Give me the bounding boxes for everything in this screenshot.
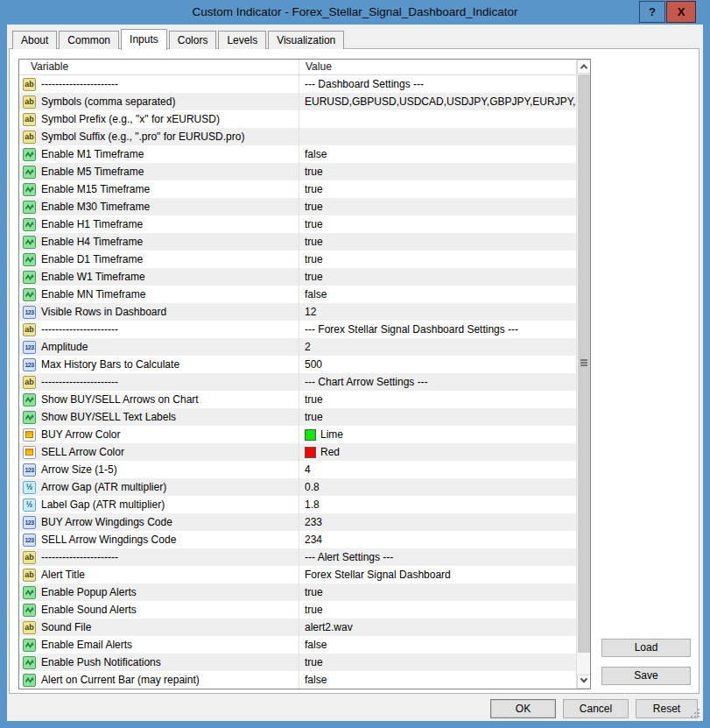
column-header-value[interactable]: Value — [299, 60, 576, 74]
table-row[interactable]: BUY Arrow ColorLime — [19, 426, 576, 443]
table-row[interactable]: Alert on Current Bar (may repaint)false — [19, 671, 576, 689]
param-value[interactable]: EURUSD,GBPUSD,USDCAD,USDJPY,GBPJPY,EURJP… — [299, 93, 576, 110]
table-row[interactable]: SELL Arrow ColorRed — [19, 443, 576, 461]
table-row[interactable]: abSymbol Suffix (e.g., ".pro" for EURUSD… — [19, 128, 576, 145]
save-button[interactable]: Save — [601, 667, 691, 685]
table-row[interactable]: Enable H4 Timeframetrue — [19, 233, 576, 251]
table-row[interactable]: 123Amplitude2 — [19, 338, 576, 356]
param-value[interactable] — [299, 110, 576, 128]
scroll-up-button[interactable] — [577, 60, 591, 74]
tab-common[interactable]: Common — [59, 31, 119, 49]
tab-levels[interactable]: Levels — [218, 31, 266, 49]
param-value[interactable]: true — [299, 408, 576, 426]
table-row[interactable]: Enable H1 Timeframetrue — [19, 216, 576, 233]
table-row[interactable]: Show BUY/SELL Arrows on Charttrue — [19, 391, 576, 408]
tab-colors[interactable]: Colors — [169, 31, 217, 49]
param-value[interactable]: --- Chart Arrow Settings --- — [299, 373, 576, 391]
table-row[interactable]: abAlert TitleForex Stellar Signal Dashbo… — [19, 566, 576, 583]
table-row[interactable]: 123Arrow Size (1-5)4 — [19, 461, 576, 478]
param-value[interactable]: --- Dashboard Settings --- — [299, 75, 576, 93]
tab-inputs[interactable]: Inputs — [121, 29, 167, 50]
table-row[interactable]: Enable M5 Timeframetrue — [19, 163, 576, 180]
param-value[interactable]: 500 — [299, 356, 576, 373]
param-name: Symbol Prefix (e.g., "x" for xEURUSD) — [41, 113, 220, 125]
param-value[interactable]: true — [299, 233, 576, 251]
scroll-down-button[interactable] — [577, 675, 591, 689]
load-button[interactable]: Load — [601, 639, 691, 657]
table-row[interactable]: Enable Sound Alertstrue — [19, 601, 576, 618]
param-value[interactable]: --- Alert Settings --- — [299, 548, 576, 566]
param-value[interactable]: alert2.wav — [299, 618, 576, 636]
table-row[interactable]: ab------------------------- Forex Stella… — [19, 321, 576, 338]
table-row[interactable]: Enable MN Timeframefalse — [19, 286, 576, 303]
scroll-thumb[interactable] — [578, 74, 590, 653]
table-row[interactable]: Enable Email Alertsfalse — [19, 636, 576, 654]
table-row[interactable]: Enable Push Notificationstrue — [19, 654, 576, 671]
param-value[interactable]: 234 — [299, 531, 576, 548]
help-button[interactable]: ? — [639, 1, 665, 23]
param-value[interactable]: 0.8 — [299, 478, 576, 496]
table-row[interactable]: Show BUY/SELL Text Labelstrue — [19, 408, 576, 426]
table-row[interactable]: Enable M15 Timeframetrue — [19, 180, 576, 198]
param-value[interactable]: true — [299, 251, 576, 268]
table-row[interactable]: Enable D1 Timeframetrue — [19, 251, 576, 268]
resize-grip[interactable] — [691, 709, 699, 717]
reset-button[interactable]: Reset — [636, 699, 698, 718]
param-value[interactable]: true — [299, 163, 576, 180]
window-titlebar[interactable]: Custom Indicator - Forex_Stellar_Signal_… — [0, 0, 710, 25]
table-row[interactable]: abSymbols (comma separated)EURUSD,GBPUSD… — [19, 93, 576, 110]
param-value[interactable]: true — [299, 583, 576, 601]
table-row[interactable]: Enable Popup Alertstrue — [19, 583, 576, 601]
param-value[interactable]: false — [299, 636, 576, 654]
table-row[interactable]: abSound Filealert2.wav — [19, 618, 576, 636]
column-header-variable[interactable]: Variable — [19, 60, 299, 74]
table-row[interactable]: 123Max History Bars to Calculate500 — [19, 356, 576, 373]
indicator-dialog: About Common Inputs Colors Levels Visual… — [7, 25, 703, 721]
param-value[interactable]: true — [299, 198, 576, 216]
table-row[interactable]: 123Visible Rows in Dashboard12 — [19, 303, 576, 321]
param-value[interactable]: 1.8 — [299, 496, 576, 513]
ok-button[interactable]: OK — [490, 699, 556, 718]
param-variable-cell: abSymbol Suffix (e.g., ".pro" for EURUSD… — [19, 128, 299, 145]
bool-param-icon — [23, 166, 36, 179]
param-value[interactable]: 4 — [299, 461, 576, 478]
table-row[interactable]: 123SELL Arrow Wingdings Code234 — [19, 531, 576, 548]
table-row[interactable]: ab------------------------- Alert Settin… — [19, 548, 576, 566]
table-row[interactable]: Enable M30 Timeframetrue — [19, 198, 576, 216]
param-value[interactable]: true — [299, 654, 576, 671]
param-value[interactable]: 12 — [299, 303, 576, 321]
param-value[interactable]: Red — [299, 443, 576, 461]
param-value[interactable]: true — [299, 180, 576, 198]
param-value[interactable]: Lime — [299, 426, 576, 443]
param-value[interactable]: --- Forex Stellar Signal Dashboard Setti… — [299, 321, 576, 338]
table-row[interactable]: Enable M1 Timeframefalse — [19, 145, 576, 163]
param-variable-cell: Enable H4 Timeframe — [19, 233, 299, 251]
param-value[interactable]: false — [299, 671, 576, 689]
table-row[interactable]: 123BUY Arrow Wingdings Code233 — [19, 513, 576, 531]
close-button[interactable]: X — [666, 1, 696, 23]
table-row[interactable]: Enable W1 Timeframetrue — [19, 268, 576, 286]
table-row[interactable]: ½Arrow Gap (ATR multiplier)0.8 — [19, 478, 576, 496]
param-value[interactable]: 233 — [299, 513, 576, 531]
param-value[interactable]: true — [299, 268, 576, 286]
tab-about[interactable]: About — [12, 31, 57, 49]
param-value[interactable]: 2 — [299, 338, 576, 356]
param-value[interactable]: true — [299, 391, 576, 408]
param-name: BUY Arrow Color — [41, 428, 120, 441]
param-value[interactable]: false — [299, 145, 576, 163]
param-value[interactable] — [299, 128, 576, 145]
vertical-scrollbar[interactable] — [576, 60, 590, 689]
cancel-button[interactable]: Cancel — [563, 699, 629, 718]
table-row[interactable]: ½Label Gap (ATR multiplier)1.8 — [19, 496, 576, 513]
table-row[interactable]: abSymbol Prefix (e.g., "x" for xEURUSD) — [19, 110, 576, 128]
param-value[interactable]: true — [299, 601, 576, 618]
param-name: Max History Bars to Calculate — [41, 358, 179, 371]
table-row[interactable]: ab------------------------- Chart Arrow … — [19, 373, 576, 391]
param-value[interactable]: Forex Stellar Signal Dashboard — [299, 566, 576, 583]
param-variable-cell: BUY Arrow Color — [19, 426, 299, 443]
tab-visualization[interactable]: Visualization — [268, 31, 344, 49]
param-value[interactable]: false — [299, 286, 576, 303]
param-value[interactable]: true — [299, 216, 576, 233]
table-row[interactable]: ab------------------------- Dashboard Se… — [19, 75, 576, 93]
string-param-icon: ab — [23, 569, 36, 582]
